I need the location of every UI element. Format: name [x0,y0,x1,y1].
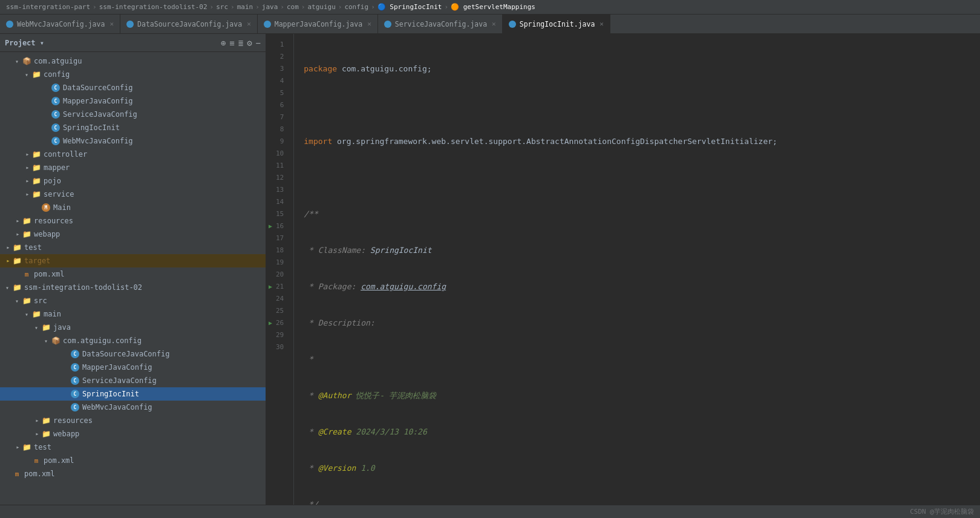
code-editor[interactable]: 1 2 3 4 5 6 7 8 9 10 11 12 13 14 15 ▶16 … [266,34,980,505]
tree-item-controller[interactable]: ▾ 📁 controller [0,148,266,161]
tree-label: Main [53,203,71,212]
breadcrumb-item-springioc[interactable]: 🔵 SpringIocInit [377,3,442,11]
breadcrumb-item[interactable]: src [216,3,228,11]
breadcrumb-item[interactable]: ssm-integration-todolist-02 [99,3,207,11]
tree-item-springiocinit[interactable]: C SpringIocInit [0,121,266,134]
tab-close[interactable]: ✕ [599,20,604,28]
code-lines[interactable]: package com.atguigu.config; import org.s… [294,34,980,505]
tree-item-main[interactable]: M Main [0,201,266,214]
tree-label: src [34,297,47,305]
tree-item-webapp2[interactable]: ▾ 📁 webapp [0,427,266,441]
tree-item-pom1[interactable]: m pom.xml [0,267,266,281]
folder-icon: 📁 [12,256,22,266]
tree-item-springiocinit2[interactable]: C SpringIocInit [0,387,266,401]
tree-label: java [53,323,71,332]
tree-item-webmvcjavaconfig2[interactable]: C WebMvcJavaConfig [0,401,266,414]
tab-label: WebMvcJavaConfig.java [17,20,105,28]
code-line-10: * @Author 悦悦子- 芋泥肉松脑袋 [304,390,970,402]
tab-close[interactable]: ✕ [492,20,496,28]
tree-item-datasourcejavaconfig2[interactable]: C DataSourceJavaConfig [0,347,266,361]
locate-icon[interactable]: ⊕ [221,38,226,48]
tab-webmvc[interactable]: WebMvcJavaConfig.java ✕ [0,15,120,34]
settings-icon[interactable]: ⚙ [247,38,252,48]
breadcrumb-item-method[interactable]: 🟠 getServletMappings [451,3,535,11]
tree-item-datasourceconfig[interactable]: C DataSourceConfig [0,81,266,94]
tree-item-pom2[interactable]: m pom.xml [0,454,266,467]
tree-label: ssm-integration-todolist-02 [24,283,142,292]
watermark: CSDN @芋泥肉松脑袋 [910,507,974,516]
breadcrumb-item[interactable]: ssm-intergration-part [6,3,90,11]
code-line-12: * @Version 1.0 [304,462,970,474]
tree-item-resources2[interactable]: ▾ 📁 resources [0,414,266,427]
tree-arrow: ▾ [24,149,30,159]
tree-label: MapperJavaConfig [82,363,152,372]
collapse-icon[interactable]: ≡ [229,38,234,48]
tree-item-java[interactable]: ▾ 📁 java [0,321,266,334]
breadcrumb-item[interactable]: config [344,3,368,11]
tree-item-servicejavaconfig[interactable]: C ServiceJavaConfig [0,108,266,121]
tree-arrow: ▾ [14,442,21,452]
close-sidebar-icon[interactable]: − [256,38,261,48]
java-file-icon: C [70,389,80,399]
tree-item-ssm02[interactable]: ▾ 📁 ssm-integration-todolist-02 [0,281,266,294]
tree-arrow: ▾ [33,429,40,439]
folder-icon: 📁 [41,429,51,439]
code-line-5: /** [304,208,970,220]
tree-item-comatguigu[interactable]: ▾ 📦 com.atguigu [0,54,266,68]
tree-label: config [44,70,70,79]
tree-label: com.atguigu [34,57,82,65]
tab-close[interactable]: ✕ [247,20,251,28]
java-file-icon: C [51,123,60,133]
tab-label: ServiceJavaConfig.java [395,20,487,28]
tree-item-target[interactable]: ▾ 📁 target [0,254,266,267]
breadcrumb-item[interactable]: main [237,3,253,11]
tab-service[interactable]: ServiceJavaConfig.java ✕ [378,15,503,34]
tree-arrow: ▾ [24,189,30,199]
sidebar-header: Project ▾ ⊕ ≡ ≣ ⚙ − [0,34,266,52]
xml-icon: m [22,269,31,279]
tree-label: resources [53,416,93,425]
code-line-8: * Description: [304,317,970,329]
folder-icon: 📁 [41,416,51,425]
sort-icon[interactable]: ≣ [238,38,243,48]
tab-datasource[interactable]: DataSourceJavaConfig.java ✕ [120,15,258,34]
code-line-11: * @Create 2024/3/13 10:26 [304,426,970,438]
tab-springioc[interactable]: SpringIocInit.java ✕ [503,15,610,34]
tree-label: pom.xml [44,456,74,465]
breadcrumb-item[interactable]: java [262,3,278,11]
tree-item-mapperjavaconfig2[interactable]: C MapperJavaConfig [0,361,266,374]
tree-item-test2[interactable]: ▾ 📁 test [0,441,266,454]
java-file-icon: C [70,402,80,412]
tree-item-config[interactable]: ▾ 📁 config [0,68,266,81]
tree-item-test[interactable]: ▾ 📁 test [0,241,266,254]
tree-label: com.atguigu.config [63,336,142,345]
tab-mapper[interactable]: MapperJavaConfig.java ✕ [258,15,378,34]
tab-close[interactable]: ✕ [367,20,371,28]
tree-item-pom-root[interactable]: m pom.xml [0,467,266,480]
tree-label: WebMvcJavaConfig [82,403,152,411]
tab-close[interactable]: ✕ [109,20,114,28]
tree-item-main2[interactable]: ▾ 📁 main [0,307,266,321]
breadcrumb-item[interactable]: com [287,3,299,11]
tree-item-mapper[interactable]: ▾ 📁 mapper [0,161,266,174]
module-icon: 📁 [12,283,22,292]
code-content: 1 2 3 4 5 6 7 8 9 10 11 12 13 14 15 ▶16 … [266,34,980,505]
tree-item-service[interactable]: ▾ 📁 service [0,188,266,201]
code-line-6: * ClassName: SpringIocInit [304,244,970,257]
java-file-icon: C [51,136,60,146]
tree-item-webmvcjavaconfig[interactable]: C WebMvcJavaConfig [0,134,266,148]
tree-item-mapperjavaconfig[interactable]: C MapperJavaConfig [0,94,266,108]
tree-label: mapper [44,163,70,172]
tree-item-pojo[interactable]: ▾ 📁 pojo [0,174,266,188]
tree-item-servicejavaconfig2[interactable]: C ServiceJavaConfig [0,374,266,387]
tree-item-webapp[interactable]: ▾ 📁 webapp [0,228,266,241]
tree-arrow: ▾ [4,256,11,266]
breadcrumb-item[interactable]: atguigu [307,3,335,11]
tree-item-src[interactable]: ▾ 📁 src [0,294,266,307]
folder-icon: 📁 [31,70,41,79]
tree-item-resources[interactable]: ▾ 📁 resources [0,214,266,228]
tree-label: SpringIocInit [63,123,120,132]
tree-label: pom.xml [34,270,65,278]
tree-item-comatguiguconfig[interactable]: ▾ 📦 com.atguigu.config [0,334,266,347]
tree-arrow: ▾ [24,176,30,186]
